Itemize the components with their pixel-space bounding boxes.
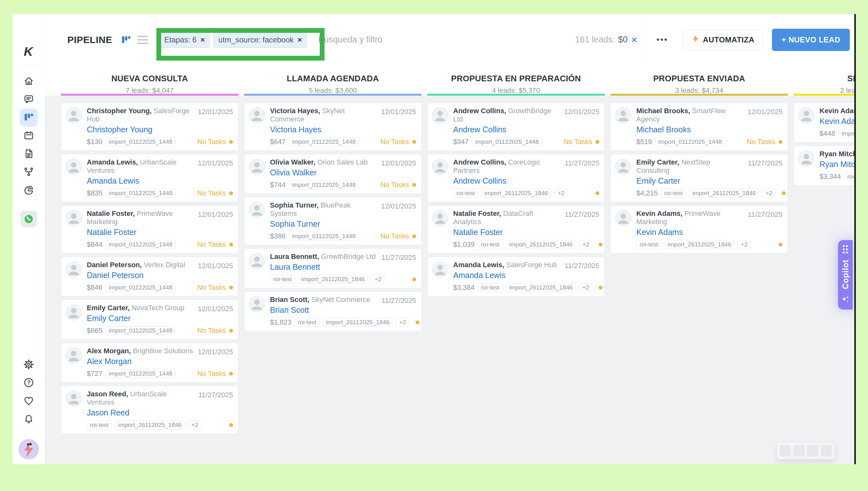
- lead-name-link[interactable]: Olivia Walker: [270, 167, 416, 178]
- lead-tag: +2: [579, 240, 593, 249]
- lead-tag: import_26112025_1846: [481, 189, 551, 198]
- lead-card[interactable]: 12/01/2025Andrew Collins, GrowthBridge L…: [427, 103, 605, 151]
- user-avatar[interactable]: [19, 439, 39, 459]
- lead-card[interactable]: Ryan Mitchell, OriRyan Mitchell$3,344roi…: [794, 146, 854, 185]
- lead-name-link[interactable]: Christopher Young: [87, 124, 233, 135]
- task-status-dot: [412, 140, 416, 144]
- pipeline-column-2: LLAMADA AGENDADA5 leads: $3,60012/01/202…: [244, 65, 422, 464]
- sidebar-item-pipeline[interactable]: [20, 109, 38, 126]
- app-window: K ?: [12, 14, 856, 464]
- lead-card[interactable]: 11/27/2025Laura Bennett, GrowthBridge Lt…: [244, 249, 422, 288]
- lead-card[interactable]: 12/01/2025Alex Morgan, Brightline Soluti…: [61, 343, 238, 383]
- sidebar-item-home[interactable]: [20, 73, 38, 90]
- more-options-button[interactable]: •••: [654, 34, 670, 45]
- lead-name-link[interactable]: Michael Brooks: [636, 124, 783, 135]
- contact-name: Andrew Collins,: [453, 158, 506, 166]
- lead-name-link[interactable]: Amanda Lewis: [87, 176, 233, 186]
- lead-name-link[interactable]: Natalie Foster: [87, 227, 233, 237]
- filter-chip-etapas[interactable]: Etapas: 6 ×: [160, 32, 210, 48]
- lead-card-footer: $665import_01122025_1448No Tasks: [87, 326, 233, 336]
- lead-name-link[interactable]: Ryan Mitchell: [819, 159, 854, 169]
- new-lead-button[interactable]: + NUEVO LEAD: [772, 29, 850, 51]
- search-input[interactable]: [318, 34, 575, 45]
- lead-card[interactable]: 11/27/2025Kevin Adams, PrimeWave Marketi…: [611, 205, 788, 254]
- lead-card[interactable]: 12/01/2025Victoria Hayes, SkyNet Commerc…: [244, 103, 422, 151]
- kanban-view-icon[interactable]: [120, 34, 132, 45]
- sidebar-item-stats[interactable]: [20, 181, 38, 199]
- desktop-background: { "header": { "title": "PIPELINE", "chip…: [0, 0, 868, 491]
- sidebar-item-help[interactable]: ?: [20, 374, 38, 392]
- lead-name-link[interactable]: Emily Carter: [636, 176, 783, 186]
- lead-name-link[interactable]: Natalie Foster: [453, 227, 599, 237]
- no-tasks-label: No Tasks: [197, 138, 226, 146]
- automate-button[interactable]: AUTOMATIZA: [683, 29, 763, 50]
- copilot-label: Copilot: [841, 260, 850, 289]
- contact-line: Sophia Turner, BluePeak Systems: [270, 201, 378, 218]
- sidebar-item-chat[interactable]: [20, 91, 38, 108]
- lead-card[interactable]: 12/01/2025Olivia Walker, Orion Sales Lab…: [244, 154, 422, 194]
- lead-card[interactable]: 12/01/2025Daniel Peterson, Vertex Digita…: [61, 257, 238, 296]
- lead-date: 11/27/2025: [382, 296, 416, 305]
- clear-filter-icon[interactable]: ×: [631, 34, 638, 45]
- contact-line: Andrew Collins, GrowthBridge Ltd: [453, 107, 561, 123]
- sidebar-item-flows[interactable]: [20, 163, 38, 181]
- lead-name-link[interactable]: Kevin Adams: [636, 227, 783, 237]
- lead-card[interactable]: 11/27/2025Jason Reed, UrbanScale Venture…: [61, 386, 238, 434]
- lead-card[interactable]: 12/01/2025Emily Carter, NovaTech GroupEm…: [61, 300, 238, 340]
- lead-card[interactable]: 11/27/2025Emily Carter, NextStep Consult…: [611, 154, 788, 202]
- lead-name-link[interactable]: Amanda Lewis: [453, 270, 599, 280]
- contact-company: SkyNet Commerce: [309, 295, 370, 304]
- contact-line: Kevin Adams, Data: [819, 107, 854, 115]
- lead-date: 12/01/2025: [564, 108, 599, 116]
- lead-tag: roi-test: [478, 283, 503, 292]
- lead-name-link[interactable]: Emily Carter: [87, 313, 233, 323]
- lead-price: $3,344: [819, 172, 841, 181]
- lead-card[interactable]: 12/01/2025Amanda Lewis, UrbanScale Ventu…: [61, 154, 238, 202]
- sidebar-item-calendar[interactable]: [20, 127, 38, 145]
- lead-date: 11/27/2025: [198, 391, 233, 399]
- lead-name-link[interactable]: Laura Bennett: [270, 262, 416, 272]
- contact-name: Alex Morgan,: [87, 347, 131, 355]
- lead-name-link[interactable]: Andrew Collins: [453, 176, 599, 186]
- lead-tag: roi-test: [295, 318, 320, 327]
- lead-name-link[interactable]: Daniel Peterson: [87, 270, 233, 280]
- lead-card-footer: $947import_01122025_1448No Tasks: [453, 137, 599, 147]
- lead-card[interactable]: 12/01/2025Natalie Foster, PrimeWave Mark…: [61, 205, 238, 254]
- filter-chip-utm-source[interactable]: utm_source: facebook ×: [214, 32, 307, 48]
- no-tasks-label: No Tasks: [197, 240, 226, 249]
- lead-card[interactable]: 11/27/2025Natalie Foster, DataCraft Anal…: [427, 205, 605, 254]
- lead-name-link[interactable]: Kevin Adams: [819, 116, 854, 126]
- sidebar-item-notifications[interactable]: [20, 410, 38, 428]
- lead-tag: +2: [371, 275, 384, 284]
- lead-card[interactable]: 11/27/2025Andrew Collins, CoreLogic Part…: [427, 154, 605, 202]
- lead-name-link[interactable]: Jason Reed: [87, 407, 233, 418]
- sidebar-item-documents[interactable]: [20, 145, 38, 163]
- lead-tag: import_01122025_1448: [106, 369, 175, 378]
- document-icon: [23, 148, 34, 160]
- lead-name-link[interactable]: Victoria Hayes: [270, 124, 416, 135]
- pipeline-column-3: PROPUESTA EN PREPARACIÓN4 leads: $5,3701…: [427, 65, 605, 464]
- lead-card[interactable]: 12/01/2025Sophia Turner, BluePeak System…: [244, 197, 422, 245]
- chip-close-icon[interactable]: ×: [200, 35, 205, 44]
- lead-name-link[interactable]: Brian Scott: [270, 305, 416, 315]
- list-view-icon[interactable]: [137, 36, 148, 44]
- sidebar-item-whatsapp[interactable]: [20, 210, 38, 228]
- lead-card[interactable]: 11/27/2025Brian Scott, SkyNet CommerceBr…: [244, 291, 422, 331]
- lead-name-link[interactable]: Sophia Turner: [270, 219, 416, 229]
- contact-line: Christopher Young, SalesForge Hub: [87, 107, 195, 123]
- column-color-bar: [794, 94, 854, 96]
- question-icon: ?: [23, 377, 34, 389]
- lead-name-link[interactable]: Alex Morgan: [87, 356, 233, 366]
- lead-price: $647: [270, 138, 286, 146]
- lead-name-link[interactable]: Andrew Collins: [453, 124, 599, 135]
- no-tasks-label: No Tasks: [197, 326, 226, 335]
- lead-card[interactable]: 11/27/2025Amanda Lewis, SalesForge HubAm…: [427, 257, 605, 296]
- task-status-dot: [229, 140, 233, 144]
- sidebar-item-favorites[interactable]: [20, 392, 38, 410]
- chip-close-icon[interactable]: ×: [297, 35, 302, 44]
- sidebar-item-settings[interactable]: [20, 356, 38, 374]
- lead-card[interactable]: Kevin Adams, DataKevin Adams$448import_0…: [794, 103, 854, 143]
- copilot-button[interactable]: Copilot: [838, 240, 853, 310]
- lead-card[interactable]: 12/01/2025Christopher Young, SalesForge …: [61, 103, 238, 151]
- lead-card[interactable]: 12/01/2025Michael Brooks, SmartFlow Agen…: [611, 103, 788, 151]
